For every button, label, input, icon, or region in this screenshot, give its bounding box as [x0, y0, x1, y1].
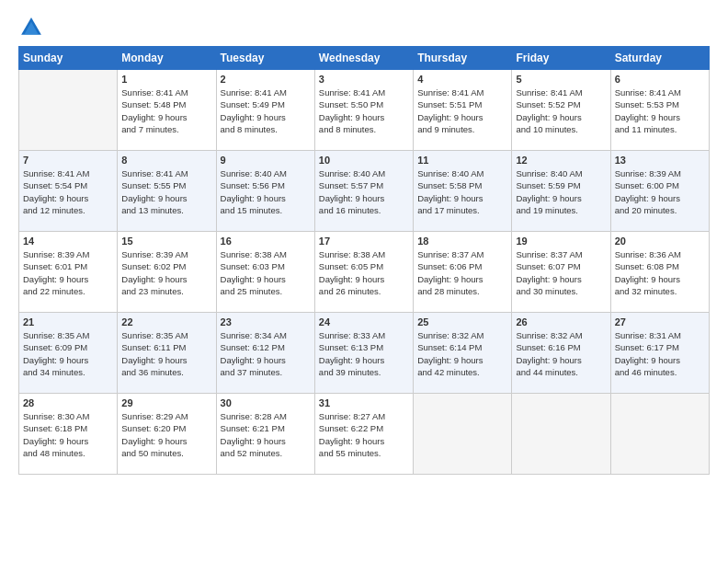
col-header-wednesday: Wednesday: [314, 47, 413, 70]
day-number: 18: [417, 236, 507, 247]
calendar-cell: [610, 394, 709, 475]
day-number: 16: [221, 236, 311, 247]
day-number: 15: [121, 236, 211, 247]
page: SundayMondayTuesdayWednesdayThursdayFrid…: [0, 0, 728, 563]
cell-content: Sunrise: 8:39 AM Sunset: 6:02 PM Dayligh…: [121, 249, 188, 296]
day-number: 10: [319, 155, 409, 166]
calendar-cell: 3Sunrise: 8:41 AM Sunset: 5:50 PM Daylig…: [314, 70, 413, 151]
cell-content: Sunrise: 8:41 AM Sunset: 5:51 PM Dayligh…: [417, 87, 483, 134]
day-number: 9: [221, 155, 311, 166]
cell-content: Sunrise: 8:27 AM Sunset: 6:22 PM Dayligh…: [319, 411, 385, 458]
calendar-cell: 22Sunrise: 8:35 AM Sunset: 6:11 PM Dayli…: [118, 313, 216, 394]
day-number: 19: [516, 236, 606, 247]
cell-content: Sunrise: 8:39 AM Sunset: 6:01 PM Dayligh…: [23, 249, 89, 296]
col-header-monday: Monday: [118, 47, 216, 70]
cell-content: Sunrise: 8:30 AM Sunset: 6:18 PM Dayligh…: [23, 411, 89, 458]
cell-content: Sunrise: 8:35 AM Sunset: 6:11 PM Dayligh…: [121, 330, 188, 377]
calendar-cell: 15Sunrise: 8:39 AM Sunset: 6:02 PM Dayli…: [118, 232, 216, 313]
cell-content: Sunrise: 8:38 AM Sunset: 6:03 PM Dayligh…: [221, 249, 287, 296]
calendar-cell: 17Sunrise: 8:38 AM Sunset: 6:05 PM Dayli…: [314, 232, 413, 313]
calendar-cell: 31Sunrise: 8:27 AM Sunset: 6:22 PM Dayli…: [314, 394, 413, 475]
logo-icon: [18, 15, 44, 40]
calendar-cell: 12Sunrise: 8:40 AM Sunset: 5:59 PM Dayli…: [512, 151, 610, 232]
cell-content: Sunrise: 8:37 AM Sunset: 6:06 PM Dayligh…: [417, 249, 483, 296]
day-number: 4: [417, 74, 507, 85]
day-number: 22: [121, 316, 211, 327]
day-number: 8: [121, 155, 211, 166]
day-number: 1: [121, 74, 211, 85]
calendar-cell: 18Sunrise: 8:37 AM Sunset: 6:06 PM Dayli…: [414, 232, 512, 313]
day-number: 30: [221, 397, 311, 408]
col-header-tuesday: Tuesday: [216, 47, 314, 70]
day-number: 7: [23, 155, 113, 166]
cell-content: Sunrise: 8:41 AM Sunset: 5:55 PM Dayligh…: [121, 168, 188, 215]
cell-content: Sunrise: 8:41 AM Sunset: 5:48 PM Dayligh…: [121, 87, 188, 134]
day-number: 12: [516, 155, 606, 166]
calendar-cell: [19, 70, 118, 151]
cell-content: Sunrise: 8:41 AM Sunset: 5:53 PM Dayligh…: [615, 87, 681, 134]
calendar-cell: [512, 394, 610, 475]
cell-content: Sunrise: 8:40 AM Sunset: 5:56 PM Dayligh…: [221, 168, 287, 215]
day-number: 6: [615, 74, 705, 85]
cell-content: Sunrise: 8:41 AM Sunset: 5:52 PM Dayligh…: [516, 87, 582, 134]
day-number: 5: [516, 74, 606, 85]
cell-content: Sunrise: 8:40 AM Sunset: 5:59 PM Dayligh…: [516, 168, 582, 215]
cell-content: Sunrise: 8:36 AM Sunset: 6:08 PM Dayligh…: [615, 249, 681, 296]
calendar-cell: 13Sunrise: 8:39 AM Sunset: 6:00 PM Dayli…: [610, 151, 709, 232]
calendar-cell: [414, 394, 512, 475]
cell-content: Sunrise: 8:38 AM Sunset: 6:05 PM Dayligh…: [319, 249, 385, 296]
calendar-cell: 24Sunrise: 8:33 AM Sunset: 6:13 PM Dayli…: [314, 313, 413, 394]
calendar-cell: 10Sunrise: 8:40 AM Sunset: 5:57 PM Dayli…: [314, 151, 413, 232]
calendar-cell: 26Sunrise: 8:32 AM Sunset: 6:16 PM Dayli…: [512, 313, 610, 394]
week-row-3: 14Sunrise: 8:39 AM Sunset: 6:01 PM Dayli…: [19, 232, 710, 313]
day-number: 17: [319, 236, 409, 247]
day-number: 27: [615, 316, 705, 327]
calendar-cell: 8Sunrise: 8:41 AM Sunset: 5:55 PM Daylig…: [118, 151, 216, 232]
calendar-cell: 6Sunrise: 8:41 AM Sunset: 5:53 PM Daylig…: [610, 70, 709, 151]
week-row-5: 28Sunrise: 8:30 AM Sunset: 6:18 PM Dayli…: [19, 394, 710, 475]
day-number: 29: [121, 397, 211, 408]
calendar-cell: 5Sunrise: 8:41 AM Sunset: 5:52 PM Daylig…: [512, 70, 610, 151]
col-header-sunday: Sunday: [19, 47, 118, 70]
calendar-cell: 28Sunrise: 8:30 AM Sunset: 6:18 PM Dayli…: [19, 394, 118, 475]
col-header-thursday: Thursday: [414, 47, 512, 70]
calendar-cell: 11Sunrise: 8:40 AM Sunset: 5:58 PM Dayli…: [414, 151, 512, 232]
calendar-table: SundayMondayTuesdayWednesdayThursdayFrid…: [18, 46, 710, 475]
cell-content: Sunrise: 8:39 AM Sunset: 6:00 PM Dayligh…: [615, 168, 681, 215]
cell-content: Sunrise: 8:32 AM Sunset: 6:14 PM Dayligh…: [417, 330, 483, 377]
calendar-cell: 19Sunrise: 8:37 AM Sunset: 6:07 PM Dayli…: [512, 232, 610, 313]
calendar-cell: 25Sunrise: 8:32 AM Sunset: 6:14 PM Dayli…: [414, 313, 512, 394]
calendar-cell: 2Sunrise: 8:41 AM Sunset: 5:49 PM Daylig…: [216, 70, 314, 151]
calendar-cell: 21Sunrise: 8:35 AM Sunset: 6:09 PM Dayli…: [19, 313, 118, 394]
day-number: 31: [319, 397, 409, 408]
calendar-cell: 27Sunrise: 8:31 AM Sunset: 6:17 PM Dayli…: [610, 313, 709, 394]
calendar-cell: 16Sunrise: 8:38 AM Sunset: 6:03 PM Dayli…: [216, 232, 314, 313]
col-header-friday: Friday: [512, 47, 610, 70]
week-row-2: 7Sunrise: 8:41 AM Sunset: 5:54 PM Daylig…: [19, 151, 710, 232]
cell-content: Sunrise: 8:35 AM Sunset: 6:09 PM Dayligh…: [23, 330, 89, 377]
calendar-cell: 4Sunrise: 8:41 AM Sunset: 5:51 PM Daylig…: [414, 70, 512, 151]
cell-content: Sunrise: 8:40 AM Sunset: 5:58 PM Dayligh…: [417, 168, 483, 215]
cell-content: Sunrise: 8:32 AM Sunset: 6:16 PM Dayligh…: [516, 330, 582, 377]
calendar-cell: 9Sunrise: 8:40 AM Sunset: 5:56 PM Daylig…: [216, 151, 314, 232]
day-number: 13: [615, 155, 705, 166]
cell-content: Sunrise: 8:34 AM Sunset: 6:12 PM Dayligh…: [221, 330, 287, 377]
day-number: 28: [23, 397, 113, 408]
header-row: SundayMondayTuesdayWednesdayThursdayFrid…: [19, 47, 710, 70]
cell-content: Sunrise: 8:29 AM Sunset: 6:20 PM Dayligh…: [121, 411, 188, 458]
calendar-cell: 23Sunrise: 8:34 AM Sunset: 6:12 PM Dayli…: [216, 313, 314, 394]
day-number: 23: [221, 316, 311, 327]
calendar-cell: 14Sunrise: 8:39 AM Sunset: 6:01 PM Dayli…: [19, 232, 118, 313]
cell-content: Sunrise: 8:41 AM Sunset: 5:54 PM Dayligh…: [23, 168, 89, 215]
day-number: 2: [221, 74, 311, 85]
logo: [18, 15, 48, 40]
week-row-1: 1Sunrise: 8:41 AM Sunset: 5:48 PM Daylig…: [19, 70, 710, 151]
cell-content: Sunrise: 8:33 AM Sunset: 6:13 PM Dayligh…: [319, 330, 385, 377]
col-header-saturday: Saturday: [610, 47, 709, 70]
day-number: 3: [319, 74, 409, 85]
cell-content: Sunrise: 8:28 AM Sunset: 6:21 PM Dayligh…: [221, 411, 287, 458]
week-row-4: 21Sunrise: 8:35 AM Sunset: 6:09 PM Dayli…: [19, 313, 710, 394]
calendar-cell: 7Sunrise: 8:41 AM Sunset: 5:54 PM Daylig…: [19, 151, 118, 232]
cell-content: Sunrise: 8:41 AM Sunset: 5:50 PM Dayligh…: [319, 87, 385, 134]
day-number: 21: [23, 316, 113, 327]
